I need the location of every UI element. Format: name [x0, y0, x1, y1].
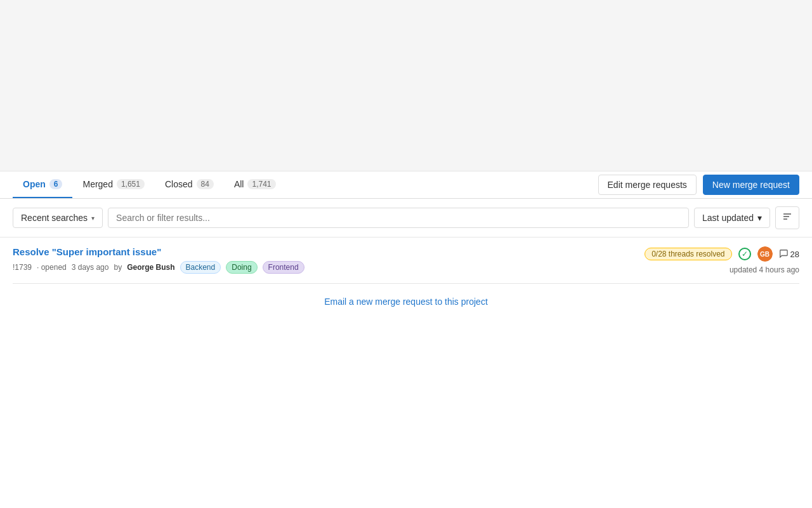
tab-all[interactable]: All 1,741: [224, 171, 286, 198]
tab-open[interactable]: Open 6: [13, 171, 72, 198]
new-merge-request-button[interactable]: New merge request: [703, 175, 799, 195]
label-badge-frontend[interactable]: Frontend: [263, 261, 304, 274]
tab-open-count: 6: [49, 179, 63, 189]
mr-left: Resolve "Super important issue" !1739 · …: [13, 246, 622, 274]
chevron-down-icon: ▾: [757, 213, 762, 223]
mr-author: George Bush: [127, 263, 174, 272]
comment-bubble-icon: [779, 249, 788, 260]
updated-ago: 4 hours ago: [759, 265, 799, 274]
check-icon: ✓: [738, 248, 751, 260]
mr-title[interactable]: Resolve "Super important issue": [13, 246, 622, 257]
tabs-left: Open 6 Merged 1,651 Closed 84 All 1,741: [13, 171, 286, 198]
tab-all-count: 1,741: [247, 179, 275, 189]
tab-closed[interactable]: Closed 84: [155, 171, 224, 198]
tabs-right: Edit merge requests New merge request: [598, 175, 799, 195]
edit-merge-requests-button[interactable]: Edit merge requests: [598, 175, 697, 195]
tab-closed-label: Closed: [165, 179, 193, 189]
mr-updated: updated 4 hours ago: [730, 265, 799, 274]
mr-opened-text: · opened: [37, 263, 67, 272]
comments-count: 28: [779, 249, 799, 260]
mr-list: Resolve "Super important issue" !1739 · …: [0, 237, 812, 284]
tab-all-label: All: [234, 179, 244, 189]
mr-right: 0/28 threads resolved ✓ GB 28 updated 4 …: [622, 246, 799, 274]
sort-dropdown[interactable]: Last updated ▾: [694, 208, 770, 228]
tab-merged-label: Merged: [82, 179, 112, 189]
mr-opened-ago: 3 days ago: [72, 263, 109, 272]
comments-number: 28: [790, 250, 799, 259]
mr-meta: !1739 · opened 3 days ago by George Bush…: [13, 261, 622, 274]
sort-order-button[interactable]: [775, 206, 799, 229]
threads-resolved-badge: 0/28 threads resolved: [645, 248, 731, 260]
tab-merged[interactable]: Merged 1,651: [72, 171, 155, 198]
filter-bar: Recent searches ▾ Last updated ▾: [0, 199, 812, 237]
updated-text: updated: [730, 265, 759, 274]
sort-lines-icon: [782, 211, 792, 224]
email-link-row: Email a new merge request to this projec…: [0, 284, 812, 319]
mr-top-right: 0/28 threads resolved ✓ GB 28: [645, 246, 799, 262]
tab-open-label: Open: [23, 179, 46, 189]
tab-closed-count: 84: [197, 179, 214, 189]
recent-searches-button[interactable]: Recent searches ▾: [13, 208, 103, 228]
tabs-bar: Open 6 Merged 1,651 Closed 84 All 1,741 …: [0, 171, 812, 199]
mr-by-text: by: [114, 263, 122, 272]
sort-label: Last updated: [702, 213, 754, 223]
tab-merged-count: 1,651: [117, 179, 145, 189]
label-badge-doing[interactable]: Doing: [226, 261, 257, 274]
label-badge-backend[interactable]: Backend: [180, 261, 221, 274]
top-area: [0, 0, 812, 171]
recent-searches-label: Recent searches: [21, 213, 88, 223]
mr-id: !1739: [13, 263, 32, 272]
email-new-mr-link[interactable]: Email a new merge request to this projec…: [324, 297, 488, 307]
chevron-down-icon: ▾: [91, 215, 95, 222]
search-input[interactable]: [108, 208, 689, 228]
avatar-gb: GB: [757, 246, 773, 262]
avatar-assignee: GB: [757, 246, 773, 262]
table-row: Resolve "Super important issue" !1739 · …: [13, 237, 799, 284]
